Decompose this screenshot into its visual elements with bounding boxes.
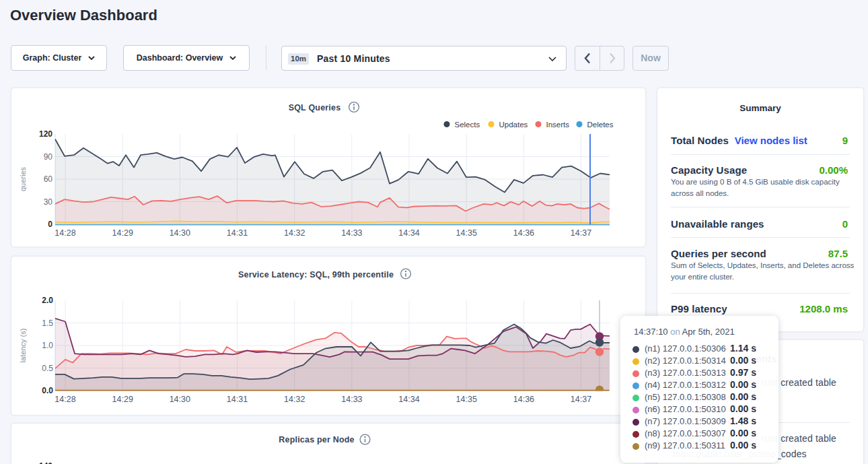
svg-text:120: 120 <box>39 129 52 139</box>
svg-text:0: 0 <box>48 220 52 229</box>
svg-text:Replicas per Node: Replicas per Node <box>279 435 354 444</box>
svg-text:14:28: 14:28 <box>55 395 75 404</box>
svg-text:14:32: 14:32 <box>284 395 305 404</box>
svg-text:14:30: 14:30 <box>170 228 190 238</box>
svg-text:14:31: 14:31 <box>227 395 248 404</box>
svg-text:14:37: 14:37 <box>571 228 591 238</box>
svg-text:14:36: 14:36 <box>513 395 534 404</box>
svg-text:14:33: 14:33 <box>341 395 362 404</box>
svg-text:Selects: Selects <box>455 121 480 129</box>
svg-text:latency (s): latency (s) <box>19 329 27 363</box>
svg-text:2.0: 2.0 <box>42 296 53 305</box>
svg-text:14:29: 14:29 <box>112 395 133 404</box>
svg-text:14:36: 14:36 <box>513 228 534 238</box>
svg-text:Service Latency: SQL, 99th per: Service Latency: SQL, 99th percentile <box>238 270 394 279</box>
svg-text:Deletes: Deletes <box>587 121 614 129</box>
svg-text:14:33: 14:33 <box>341 228 362 238</box>
svg-text:Updates: Updates <box>499 121 528 129</box>
svg-text:14:34: 14:34 <box>398 228 419 238</box>
svg-text:60: 60 <box>44 174 53 184</box>
svg-text:14:35: 14:35 <box>456 228 477 238</box>
svg-text:14:35: 14:35 <box>456 395 477 404</box>
svg-text:Inserts: Inserts <box>546 121 570 129</box>
svg-text:140: 140 <box>39 461 52 464</box>
svg-text:14:32: 14:32 <box>284 228 305 238</box>
svg-text:queries: queries <box>19 166 27 191</box>
svg-text:14:29: 14:29 <box>112 228 133 238</box>
svg-text:0.0: 0.0 <box>42 386 53 395</box>
svg-text:90: 90 <box>44 152 53 162</box>
svg-text:1.0: 1.0 <box>42 341 53 350</box>
svg-text:14:34: 14:34 <box>398 395 419 404</box>
svg-text:14:31: 14:31 <box>227 228 248 238</box>
svg-text:30: 30 <box>44 197 53 207</box>
svg-text:1.5: 1.5 <box>42 319 53 328</box>
svg-text:14:37: 14:37 <box>571 395 591 404</box>
svg-text:14:30: 14:30 <box>170 395 190 404</box>
svg-text:SQL Queries: SQL Queries <box>289 103 341 112</box>
svg-text:14:28: 14:28 <box>55 228 75 238</box>
svg-text:0.5: 0.5 <box>42 364 53 373</box>
